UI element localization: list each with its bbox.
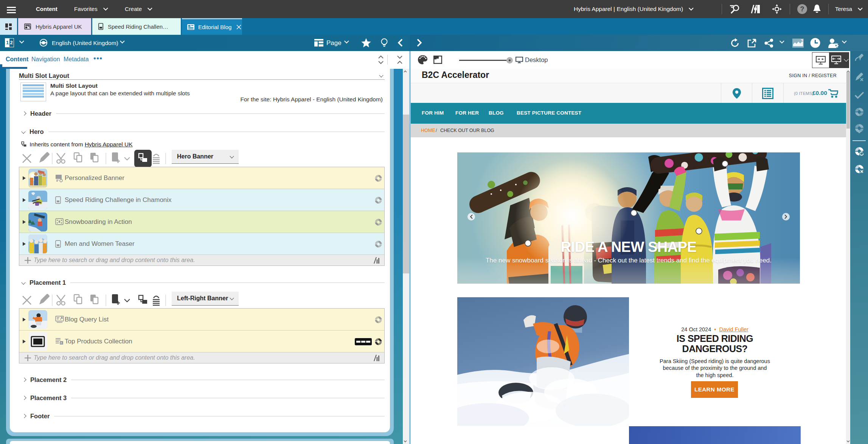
svg-text:?: ? [800,5,804,13]
